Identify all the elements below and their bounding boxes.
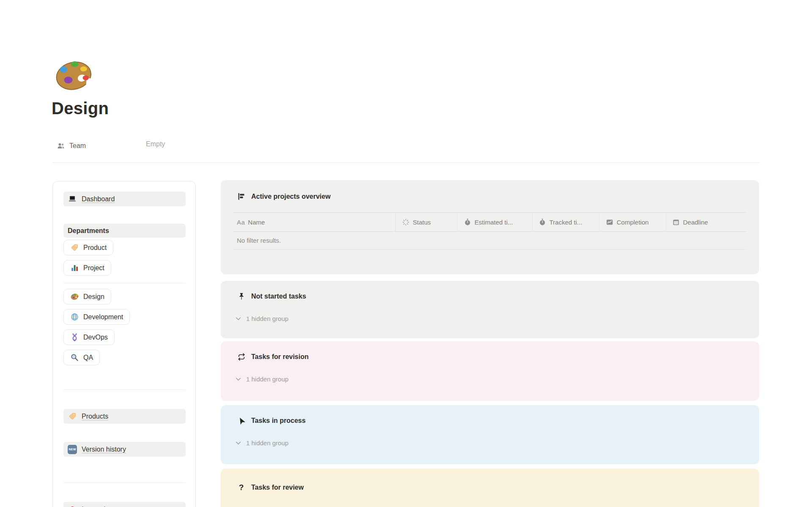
column-header-name[interactable]: Aa Name xyxy=(233,213,396,231)
hidden-group-toggle[interactable]: 1 hidden group xyxy=(235,375,759,383)
sidebar-item-label: Products xyxy=(82,413,108,420)
section-title: Tasks for revision xyxy=(251,353,309,361)
red-question-emoji-icon: ? xyxy=(68,505,77,507)
section-not-started-tasks: Not started tasks 1 hidden group xyxy=(221,281,759,338)
sidebar-divider xyxy=(63,283,186,283)
sidebar-button-devops[interactable]: DevOps xyxy=(63,329,115,345)
question-icon: ? xyxy=(237,483,246,492)
chevron-down-icon xyxy=(235,439,242,447)
section-active-projects-overview: Active projects overview Aa Name xyxy=(221,180,759,274)
chevron-down-icon xyxy=(235,315,242,322)
sidebar: Dashboard Departments Product xyxy=(52,181,196,507)
sidebar-button-label: Design xyxy=(83,293,104,301)
section-title: Tasks in process xyxy=(251,417,306,425)
sidebar-button-development[interactable]: Development xyxy=(63,309,130,325)
sidebar-button-label: Project xyxy=(83,264,104,272)
view-title-revision[interactable]: Tasks for revision xyxy=(221,341,759,361)
sidebar-divider xyxy=(63,482,186,483)
column-label: Completion xyxy=(617,219,649,226)
hidden-group-label: 1 hidden group xyxy=(246,375,288,383)
red-question-glyph: ? xyxy=(70,505,75,507)
dna-emoji-icon xyxy=(70,333,79,342)
hidden-group-label: 1 hidden group xyxy=(246,439,288,447)
laptop-emoji-icon xyxy=(68,195,77,204)
sidebar-button-label: Product xyxy=(83,244,107,252)
hidden-group-toggle[interactable]: 1 hidden group xyxy=(235,315,759,322)
page-icon-palette-emoji[interactable] xyxy=(52,54,95,96)
column-label: Tracked ti... xyxy=(549,219,582,226)
timer-icon xyxy=(538,218,546,226)
team-icon xyxy=(57,142,65,150)
column-header-completion[interactable]: Completion xyxy=(600,213,666,231)
column-label: Deadline xyxy=(683,219,708,226)
sidebar-heading-label: Departments xyxy=(64,227,109,235)
timer-icon xyxy=(464,218,472,226)
palette-emoji-icon xyxy=(70,292,79,301)
sidebar-item-label: Instructions xyxy=(82,506,116,507)
sidebar-item-label: Version history xyxy=(82,446,126,453)
column-label: Name xyxy=(248,219,265,226)
tag-emoji-icon xyxy=(68,412,77,421)
sidebar-button-label: DevOps xyxy=(83,334,108,341)
header-divider xyxy=(52,162,759,163)
table-header: Aa Name Status xyxy=(233,212,746,232)
sidebar-button-design[interactable]: Design xyxy=(63,289,111,304)
black-question-glyph: ? xyxy=(239,483,244,491)
sidebar-button-label: QA xyxy=(83,354,93,362)
pushpin-icon xyxy=(237,292,246,301)
sidebar-button-qa[interactable]: QA xyxy=(63,350,100,365)
section-title: Tasks for review xyxy=(251,484,304,491)
chart-icon xyxy=(606,218,614,226)
section-title: Active projects overview xyxy=(251,193,331,200)
sidebar-item-dashboard[interactable]: Dashboard xyxy=(63,192,186,206)
sidebar-heading-departments[interactable]: Departments xyxy=(63,224,186,238)
sidebar-item-version-history[interactable]: NEW Version history xyxy=(63,442,186,457)
globe-emoji-icon xyxy=(70,312,79,321)
bar-chart-emoji-icon xyxy=(70,263,79,272)
view-title-not-started[interactable]: Not started tasks xyxy=(221,281,759,301)
table-empty-state: No filter results. xyxy=(233,232,746,249)
hidden-group-label: 1 hidden group xyxy=(246,315,288,322)
spinner-icon xyxy=(402,218,410,226)
sidebar-button-label: Development xyxy=(83,313,123,321)
section-tasks-in-process: Tasks in process 1 hidden group xyxy=(221,405,759,464)
view-title-review[interactable]: ? Tasks for review xyxy=(221,469,759,492)
text-aa-icon: Aa xyxy=(237,219,245,226)
new-badge-text: NEW xyxy=(68,445,77,454)
property-label: Team xyxy=(69,142,86,150)
notion-page: Design Team Empty Dashboard Depar xyxy=(0,0,812,507)
sidebar-item-products[interactable]: Products xyxy=(63,409,186,424)
section-tasks-for-revision: Tasks for revision 1 hidden group xyxy=(221,341,759,401)
section-title: Not started tasks xyxy=(251,293,306,300)
view-title-active-projects[interactable]: Active projects overview xyxy=(221,180,759,201)
repeat-icon xyxy=(237,352,246,361)
list-bars-icon xyxy=(237,192,246,201)
column-label: Estimated ti... xyxy=(475,219,513,226)
column-header-estimated-time[interactable]: Estimated ti... xyxy=(458,213,532,231)
view-title-in-process[interactable]: Tasks in process xyxy=(221,405,759,425)
column-label: Status xyxy=(413,219,431,226)
section-tasks-for-review: ? Tasks for review xyxy=(221,469,759,507)
palette-emoji-icon xyxy=(52,54,95,96)
sidebar-button-product[interactable]: Product xyxy=(63,240,113,255)
sidebar-item-label: Dashboard xyxy=(82,195,115,203)
column-header-deadline[interactable]: Deadline xyxy=(666,213,746,231)
sidebar-divider xyxy=(63,389,186,390)
page-title[interactable]: Design xyxy=(52,99,109,118)
hidden-group-toggle[interactable]: 1 hidden group xyxy=(235,439,759,447)
magnifier-emoji-icon xyxy=(70,353,79,362)
tag-emoji-icon xyxy=(70,243,79,252)
calendar-icon xyxy=(672,218,680,226)
new-badge-emoji-icon: NEW xyxy=(68,445,77,454)
property-value-empty[interactable]: Empty xyxy=(146,140,165,148)
sidebar-item-instructions[interactable]: ? Instructions xyxy=(63,502,186,507)
property-team[interactable]: Team xyxy=(57,140,86,151)
navigation-icon xyxy=(237,416,246,425)
column-header-tracked-time[interactable]: Tracked ti... xyxy=(532,213,600,231)
column-header-status[interactable]: Status xyxy=(396,213,458,231)
sidebar-button-project[interactable]: Project xyxy=(63,260,111,276)
chevron-down-icon xyxy=(235,375,242,383)
